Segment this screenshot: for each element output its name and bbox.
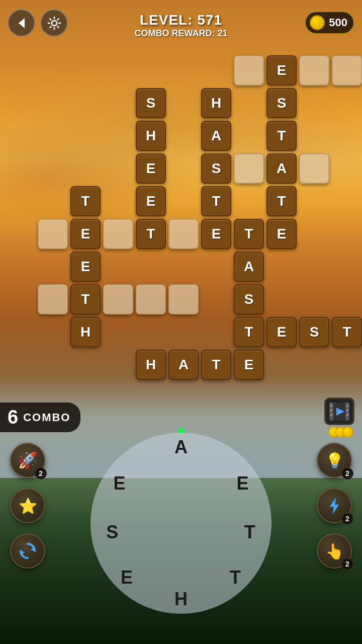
grid-tile: T [70, 186, 101, 216]
svg-line-8 [57, 18, 59, 20]
wheel-letter[interactable]: H [174, 589, 188, 610]
coin-icon [310, 15, 325, 30]
back-button[interactable] [8, 9, 35, 37]
grid-tile [234, 55, 264, 86]
hand-button[interactable]: 👆 2 [317, 533, 352, 569]
grid-tile: H [136, 350, 166, 380]
refresh-button[interactable] [10, 533, 45, 569]
grid-tile: E [266, 55, 297, 86]
grid-tile [38, 219, 68, 249]
svg-rect-17 [346, 409, 348, 412]
bottom-area: 6 COMBO [0, 403, 362, 644]
grid-tile: A [168, 350, 199, 380]
level-info: LEVEL: 571 COMBO REWARD: 21 [134, 12, 227, 39]
grid-tile: H [70, 317, 101, 347]
star-button[interactable]: ⭐ [10, 488, 45, 523]
grid-tile: A [266, 153, 297, 184]
grid-tile [168, 284, 199, 314]
grid-tile [299, 55, 329, 86]
rocket-badge: 2 [35, 467, 47, 479]
svg-line-6 [49, 18, 51, 20]
grid-tile: T [234, 219, 264, 249]
wheel-letter[interactable]: E [236, 473, 248, 494]
hint-button[interactable]: 💡 2 [317, 443, 352, 478]
wheel-letter[interactable]: E [121, 567, 133, 588]
grid-tile [103, 284, 133, 314]
combo-reward-label: COMBO REWARD: 21 [134, 28, 227, 39]
svg-line-7 [57, 26, 59, 28]
wheel-letter[interactable]: T [230, 567, 241, 588]
grid-tile: H [136, 121, 166, 151]
grid-tile: S [299, 317, 329, 347]
svg-rect-16 [346, 405, 348, 407]
grid-tile [38, 284, 68, 314]
grid-tile: T [201, 350, 231, 380]
grid-tile: E [136, 186, 166, 216]
grid-tile: T [201, 186, 231, 216]
settings-button[interactable] [40, 9, 68, 37]
grid-tile: E [234, 350, 264, 380]
grid-tile [234, 153, 264, 184]
grid-tile: T [234, 317, 264, 347]
grid-tile [332, 55, 362, 86]
video-button[interactable] [324, 397, 357, 438]
svg-rect-15 [330, 414, 332, 416]
letter-wheel[interactable]: AEESTETH [90, 433, 272, 614]
grid-tile: E [266, 317, 297, 347]
grid-tile: S [234, 284, 264, 314]
svg-marker-0 [19, 18, 25, 28]
lightning-badge: 2 [341, 513, 353, 525]
grid-tile: E [70, 219, 101, 249]
svg-point-1 [52, 21, 57, 26]
grid-tile: T [266, 186, 297, 216]
grid-tile: A [234, 252, 264, 282]
crossword-grid: ESHSHATESATETTETETEEATSHTESTHATE [0, 50, 362, 403]
grid-tile: H [201, 88, 231, 118]
wheel-letter[interactable]: T [244, 522, 255, 543]
grid-tile: E [266, 219, 297, 249]
hint-badge: 2 [341, 467, 353, 479]
grid-tile: E [70, 252, 101, 282]
video-icon-bg [324, 397, 354, 425]
grid-tile: T [266, 121, 297, 151]
combo-label: COMBO [23, 411, 70, 424]
lightning-button[interactable]: 2 [317, 488, 352, 523]
grid-tile [136, 284, 166, 314]
grid-tile: A [201, 121, 231, 151]
wheel-letter[interactable]: E [114, 473, 126, 494]
hand-badge: 2 [341, 558, 353, 570]
grid-tile: T [136, 219, 166, 249]
combo-badge: 6 COMBO [0, 403, 80, 432]
svg-rect-13 [330, 405, 332, 407]
coins-display: 500 [305, 11, 354, 34]
grid-tile: S [201, 153, 231, 184]
header: LEVEL: 571 COMBO REWARD: 21 500 [0, 0, 362, 50]
grid-tile: S [136, 88, 166, 118]
coins-amount: 500 [329, 16, 347, 29]
grid-tile [103, 219, 133, 249]
grid-tile: E [201, 219, 231, 249]
grid-tile [168, 219, 199, 249]
grid-tile: S [266, 88, 297, 118]
grid-tile: T [332, 317, 362, 347]
level-title: LEVEL: 571 [134, 12, 227, 28]
combo-number: 6 [8, 407, 18, 428]
wheel-letter[interactable]: S [106, 522, 118, 543]
svg-line-9 [49, 26, 51, 28]
svg-rect-14 [330, 409, 332, 412]
film-strip-icon [327, 400, 352, 423]
grid-tile [299, 153, 329, 184]
svg-marker-22 [330, 498, 339, 514]
grid-tile: E [136, 153, 166, 184]
svg-rect-18 [346, 414, 348, 416]
grid-tile: T [70, 284, 101, 314]
rocket-button[interactable]: 🚀 2 [10, 443, 45, 478]
wheel-letter[interactable]: A [174, 437, 188, 458]
